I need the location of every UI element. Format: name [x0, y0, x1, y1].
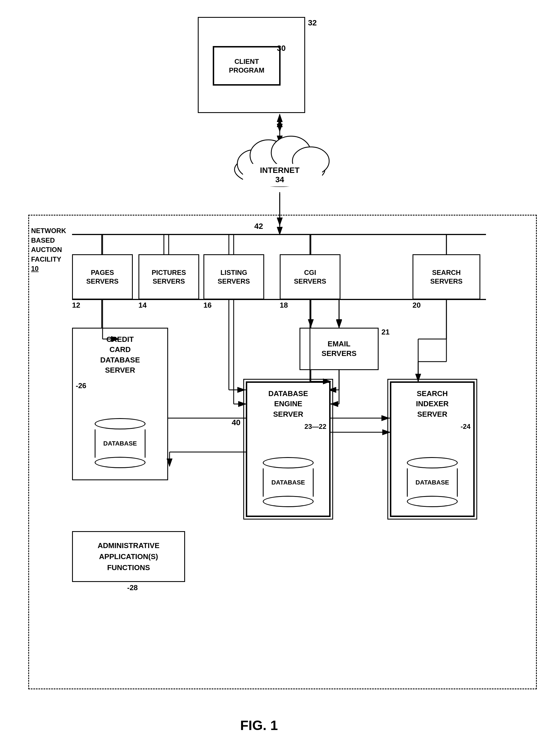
- pages-servers-label: PAGES SERVERS: [86, 268, 118, 286]
- ref-30: 30: [277, 44, 286, 53]
- search-servers-label: SEARCH SERVERS: [430, 268, 462, 286]
- search-servers-box: SEARCH SERVERS: [413, 254, 480, 300]
- svg-text:INTERNET: INTERNET: [260, 166, 300, 175]
- credit-db-cylinder: DATABASE: [95, 418, 145, 468]
- ref-24: -24: [461, 422, 471, 431]
- ref-22-23: 23—22: [305, 422, 326, 431]
- email-servers-label: EMAIL SERVERS: [322, 339, 357, 359]
- search-indexer-server-box: SEARCHINDEXERSERVER -24 DATABASE: [390, 382, 475, 517]
- db-engine-db-label: DATABASE: [272, 478, 305, 487]
- credit-card-server-outer-box: CREDITCARDDATABASESERVER -26 DATABASE: [72, 328, 168, 480]
- svg-text:34: 34: [275, 175, 284, 184]
- ref-42: 42: [254, 222, 263, 231]
- pictures-servers-box: PICTURES SERVERS: [138, 254, 199, 300]
- search-indexer-cylinder: DATABASE: [407, 457, 458, 507]
- cgi-servers-label: CGI SERVERS: [294, 268, 326, 286]
- email-servers-box: EMAIL SERVERS: [300, 328, 379, 370]
- client-machine-box: CLIENT MACHINE CLIENT PROGRAM: [198, 17, 305, 113]
- ref-12: 12: [72, 301, 80, 310]
- search-indexer-server-label: SEARCHINDEXERSERVER: [416, 388, 449, 419]
- ref-16: 16: [203, 301, 212, 310]
- ref-26: -26: [76, 381, 86, 391]
- db-engine-cylinder: DATABASE: [263, 457, 314, 507]
- admin-app-box: ADMINISTRATIVEAPPLICATION(S)FUNCTIONS: [72, 531, 185, 582]
- fig-label: FIG. 1: [240, 718, 278, 733]
- ref-28: -28: [127, 584, 138, 592]
- listing-servers-label: LISTING SERVERS: [218, 268, 250, 286]
- ref-14: 14: [138, 301, 147, 310]
- ref-20: 20: [413, 301, 421, 310]
- db-engine-server-box: DATABASEENGINESERVER 23—22 DATABASE: [246, 382, 331, 517]
- credit-db-label: DATABASE: [103, 440, 137, 448]
- internet-cloud: INTERNET 34: [226, 130, 334, 192]
- diagram: CLIENT MACHINE CLIENT PROGRAM 32 30 INTE…: [0, 0, 560, 756]
- listing-servers-box: LISTING SERVERS: [203, 254, 264, 300]
- admin-app-label: ADMINISTRATIVEAPPLICATION(S)FUNCTIONS: [98, 540, 159, 573]
- cgi-servers-box: CGI SERVERS: [280, 254, 340, 300]
- client-program-box: CLIENT PROGRAM: [213, 46, 281, 86]
- ref-32: 32: [308, 18, 317, 27]
- pictures-servers-label: PICTURES SERVERS: [152, 268, 186, 286]
- credit-card-server-label: CREDITCARDDATABASESERVER: [100, 334, 140, 375]
- facility-label: NETWORK BASED AUCTION FACILITY 10: [31, 226, 66, 273]
- search-db-label: DATABASE: [416, 478, 449, 487]
- ref-40: 40: [232, 418, 240, 427]
- db-engine-server-label: DATABASEENGINESERVER: [268, 388, 308, 419]
- ref-18: 18: [280, 301, 288, 310]
- pages-servers-box: PAGES SERVERS: [72, 254, 133, 300]
- client-program-label: CLIENT PROGRAM: [229, 57, 264, 75]
- ref-21: 21: [381, 328, 389, 336]
